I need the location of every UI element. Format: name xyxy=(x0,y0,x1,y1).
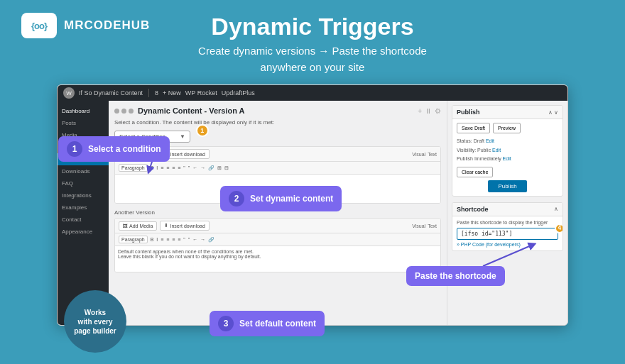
dot-3 xyxy=(129,109,134,114)
visibility-row: Visibility: Public Edit xyxy=(457,146,558,155)
brand-name: MRCODEHUB xyxy=(64,18,150,33)
adminbar-wprocket: WP Rocket xyxy=(185,89,217,96)
badge-text: Workswith everypage builder xyxy=(74,308,116,336)
default-content-desc: Default content appears when none of the… xyxy=(118,249,438,254)
publish-date-link[interactable]: Edit xyxy=(503,156,511,161)
preview-button[interactable]: Preview xyxy=(493,123,521,133)
default-add-media-icon: 🖼 xyxy=(123,224,128,228)
dropdown-arrow: ▼ xyxy=(180,133,185,140)
annotation-step3: 3 Set default content xyxy=(210,311,325,336)
sidebar-item-downloads[interactable]: Downloads xyxy=(58,165,109,177)
insert-download-label: Insert download xyxy=(170,152,205,157)
step1-label-text: Select a condition xyxy=(88,144,161,154)
sidebar-item-dashboard[interactable]: Dashboard xyxy=(58,105,109,117)
sidebar-item-contact[interactable]: Contact xyxy=(58,214,109,226)
adminbar-updraft: UpdraftPlus xyxy=(222,89,255,96)
shortcode-box-header: Shortcode ∧ xyxy=(452,203,562,216)
visibility-edit-link[interactable]: Edit xyxy=(492,148,501,153)
editor-header: Dynamic Content - Version A + ⏸ ⚙ xyxy=(114,106,441,115)
step3-label-text: Set default content xyxy=(239,319,316,329)
annotation-step4: Paste the shortcode xyxy=(406,266,505,286)
save-draft-button[interactable]: Save Draft xyxy=(457,123,490,133)
step3-label-num: 3 xyxy=(218,316,234,331)
default-paragraph[interactable]: Paragraph xyxy=(119,236,148,243)
paragraph-select[interactable]: Paragraph xyxy=(119,164,148,172)
wp-logo: W xyxy=(63,87,75,99)
publish-meta: Status: Draft Edit Visibility: Public Ed… xyxy=(457,137,558,164)
wp-right-sidebar: Publish ∧ ∨ Save Draft Preview Status: D… xyxy=(447,101,567,325)
status-value: Draft xyxy=(474,138,484,143)
sidebar-item-appearance[interactable]: Appearance xyxy=(58,226,109,238)
editor-box-default: 🖼 Add Media ⬇ Insert download Visual Tex… xyxy=(114,218,441,272)
publish-date-label: Publish xyxy=(457,156,473,161)
status-label: Status: xyxy=(457,138,472,143)
annotation-step2: 2 Set dynamic content xyxy=(220,186,342,211)
page-header: {oo} MRCODEHUB Dynamic Triggers Create d… xyxy=(0,0,625,75)
php-code-link[interactable]: » PHP Code (for developers) xyxy=(457,242,558,247)
step1-label-num: 1 xyxy=(67,141,82,157)
clear-cache-button[interactable]: Clear cache xyxy=(457,167,493,177)
default-add-media-label: Add Media xyxy=(129,224,153,228)
shortcode-body: Paste this shortcode to display the trig… xyxy=(452,216,562,250)
publish-box-body: Save Draft Preview Status: Draft Edit Vi… xyxy=(452,119,562,196)
wp-adminbar: W If So Dynamic Content 8 + New WP Rocke… xyxy=(58,85,567,101)
shortcode-code-display[interactable]: [ifso id="113"] 4 xyxy=(457,228,558,240)
publish-date-value: Immediately xyxy=(474,156,501,161)
step2-label-text: Set dynamic content xyxy=(250,194,333,204)
default-insert-icon: ⬇ xyxy=(164,223,168,228)
step4-number-circle: 4 xyxy=(555,224,563,233)
status-edit-link[interactable]: Edit xyxy=(486,138,494,143)
publish-buttons: Save Draft Preview xyxy=(457,123,558,133)
default-text-tab[interactable]: Text xyxy=(428,224,437,228)
visual-tab[interactable]: Visual xyxy=(412,152,425,157)
shortcode-box-title: Shortcode xyxy=(457,206,489,213)
status-row: Status: Draft Edit xyxy=(457,137,558,146)
publish-box-title: Publish xyxy=(457,109,480,116)
subtitle: Create dynamic versions → Paste the shor… xyxy=(198,43,427,75)
dot-1 xyxy=(114,109,119,114)
sidebar-item-faq[interactable]: FAQ xyxy=(58,177,109,189)
wp-main-layout: Dashboard Posts Media Pages Comments Dow… xyxy=(58,101,567,325)
publish-button[interactable]: Publish xyxy=(488,180,526,192)
adminbar-new: + New xyxy=(163,89,181,96)
dot-2 xyxy=(121,109,126,114)
wp-editor: Dynamic Content - Version A + ⏸ ⚙ Select… xyxy=(109,101,447,325)
shortcode-box: Shortcode ∧ Paste this shortcode to disp… xyxy=(452,202,563,251)
adminbar-plugin-name: If So Dynamic Content xyxy=(79,89,143,96)
page-builder-badge: Workswith everypage builder xyxy=(64,290,126,353)
default-editor-toolbar: 🖼 Add Media ⬇ Insert download Visual Tex… xyxy=(115,219,440,233)
publish-box-header: Publish ∧ ∨ xyxy=(452,106,562,119)
adminbar-count: 8 xyxy=(155,89,158,96)
logo-area: {oo} MRCODEHUB xyxy=(21,13,150,38)
editor-title: Dynamic Content - Version A xyxy=(138,106,245,115)
publish-date-row: Publish Immediately Edit xyxy=(457,155,558,164)
step2-label-num: 2 xyxy=(229,191,244,206)
default-format-toolbar: Paragraph B I ≡ ≡ ≡ ≡ " " ← → 🔗 xyxy=(115,233,440,246)
step1-number-circle: 1 xyxy=(196,124,209,137)
default-content-hint: Leave this blank if you do not want to d… xyxy=(118,254,438,259)
shortcode-desc: Paste this shortcode to display the trig… xyxy=(457,220,558,225)
text-tab[interactable]: Text xyxy=(428,152,437,157)
default-visual-tab[interactable]: Visual xyxy=(412,224,425,228)
sidebar-item-integrations[interactable]: Integrations xyxy=(58,189,109,202)
default-insert-label: Insert download xyxy=(170,224,205,228)
editor-dots xyxy=(114,109,134,114)
sidebar-item-examples[interactable]: Examples xyxy=(58,202,109,214)
default-editor-body[interactable]: Default content appears when none of the… xyxy=(115,246,440,272)
condition-bar: Select a condition. The content will be … xyxy=(114,119,441,126)
page-title: Dynamic Triggers xyxy=(211,13,413,40)
sidebar-item-posts[interactable]: Posts xyxy=(58,117,109,129)
adminbar-separator xyxy=(148,89,149,97)
logo-icon: {oo} xyxy=(21,13,57,38)
default-insert-download-button[interactable]: ⬇ Insert download xyxy=(160,221,209,231)
shortcode-value: [ifso id="113"] xyxy=(461,231,512,237)
default-add-media-button[interactable]: 🖼 Add Media xyxy=(119,221,157,231)
publish-box: Publish ∧ ∨ Save Draft Preview Status: D… xyxy=(452,105,563,197)
visibility-label: Visibility: xyxy=(457,148,476,153)
step4-label-text: Paste the shortcode xyxy=(415,271,496,281)
visibility-value: Public xyxy=(477,148,491,153)
annotation-step1: 1 Select a condition xyxy=(58,136,170,162)
default-format-icons: B I ≡ ≡ ≡ ≡ " " ← → 🔗 xyxy=(151,237,215,243)
format-toolbar: Paragraph B I ≡ ≡ ≡ ≡ " " ← → 🔗 ⊞ ⊟ xyxy=(115,162,440,175)
format-icons: B I ≡ ≡ ≡ ≡ " " ← → 🔗 ⊞ ⊟ xyxy=(151,165,229,171)
